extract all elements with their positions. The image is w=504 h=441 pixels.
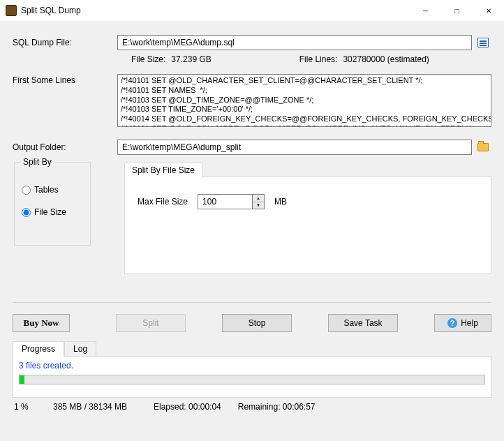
tab-progress[interactable]: Progress (13, 341, 64, 357)
radio-tables[interactable] (22, 186, 31, 195)
preview-row: First Some Lines /*!40101 SET @OLD_CHARA… (13, 74, 491, 127)
close-button[interactable]: ✕ (473, 1, 504, 20)
bottom-tabstrip: Progress Log (13, 341, 491, 356)
output-folder-label: Output Folder: (13, 142, 117, 152)
status-elapsed: Elapsed: 00:00:04 (154, 402, 221, 412)
radio-tables-label: Tables (34, 185, 59, 195)
buy-now-button[interactable]: Buy Now (13, 314, 70, 332)
window-title: Split SQL Dump (21, 6, 410, 15)
sql-dump-row: SQL Dump File: (13, 35, 491, 50)
action-bar: Buy Now Split Stop Save Task ? Help (13, 314, 491, 332)
minimize-button[interactable]: ─ (410, 1, 441, 20)
max-file-size-row: Max File Size ▲ ▼ MB (138, 194, 478, 209)
file-lines-value: 302780000 (estimated) (343, 54, 429, 64)
split-tab-page: Max File Size ▲ ▼ MB (124, 177, 491, 274)
help-icon: ? (447, 318, 457, 328)
file-size-label: File Size: (131, 54, 165, 64)
preview-textarea[interactable]: /*!40101 SET @OLD_CHARACTER_SET_CLIENT=@… (117, 74, 491, 127)
status-bar: 1 % 385 MB / 38134 MB Elapsed: 00:00:04 … (13, 398, 491, 416)
help-button[interactable]: ? Help (434, 314, 491, 332)
max-file-size-spinner[interactable]: ▲ ▼ (198, 194, 265, 209)
split-by-legend: Split By (20, 157, 54, 167)
app-icon (6, 5, 17, 16)
split-by-groupbox: Split By Tables File Size (14, 162, 91, 246)
tab-log[interactable]: Log (64, 341, 96, 357)
status-remaining: Remaining: 00:06:57 (238, 402, 316, 412)
radio-tables-row[interactable]: Tables (22, 185, 83, 195)
spinner-up-button[interactable]: ▲ (253, 195, 264, 202)
split-tabstrip: Split By File Size (124, 162, 491, 177)
help-label: Help (461, 318, 478, 328)
progress-bar (19, 375, 485, 384)
radio-filesize-label: File Size (34, 207, 66, 217)
output-folder-input[interactable] (117, 140, 472, 155)
split-layout: Split By Tables File Size Split By File … (13, 162, 491, 274)
tab-split-by-filesize[interactable]: Split By File Size (124, 163, 202, 177)
stop-button[interactable]: Stop (222, 314, 292, 332)
progress-fill (20, 375, 24, 384)
file-size-value: 37.239 GB (171, 54, 211, 64)
split-options-tabhost: Split By File Size Max File Size ▲ ▼ MB (124, 162, 491, 274)
browse-sql-dump-button[interactable] (475, 35, 491, 50)
max-file-size-input[interactable] (198, 194, 252, 209)
files-created-status: 3 files created. (19, 361, 485, 371)
main-panel: SQL Dump File: File Size: 37.239 GB File… (0, 21, 504, 441)
save-task-button[interactable]: Save Task (328, 314, 398, 332)
split-button[interactable]: Split (116, 314, 186, 332)
title-bar: Split SQL Dump ─ □ ✕ (0, 0, 504, 21)
file-lines-label: File Lines: (299, 54, 338, 64)
sql-dump-label: SQL Dump File: (13, 38, 117, 47)
divider (13, 302, 491, 303)
file-stats-row: File Size: 37.239 GB File Lines: 3027800… (131, 54, 491, 64)
radio-filesize[interactable] (22, 208, 31, 217)
sql-dump-input[interactable] (117, 35, 472, 50)
folder-icon (477, 143, 489, 151)
radio-filesize-row[interactable]: File Size (22, 207, 83, 217)
output-folder-row: Output Folder: (13, 140, 491, 155)
progress-page: 3 files created. (13, 356, 491, 398)
first-lines-label: First Some Lines (13, 74, 117, 85)
maximize-button[interactable]: □ (441, 1, 473, 20)
file-icon (477, 38, 489, 47)
spinner-down-button[interactable]: ▼ (253, 202, 264, 209)
max-file-size-label: Max File Size (138, 197, 188, 207)
browse-output-folder-button[interactable] (475, 140, 491, 155)
status-size: 385 MB / 38134 MB (53, 402, 137, 412)
max-file-size-unit: MB (274, 197, 287, 207)
status-percent: 1 % (14, 402, 36, 412)
